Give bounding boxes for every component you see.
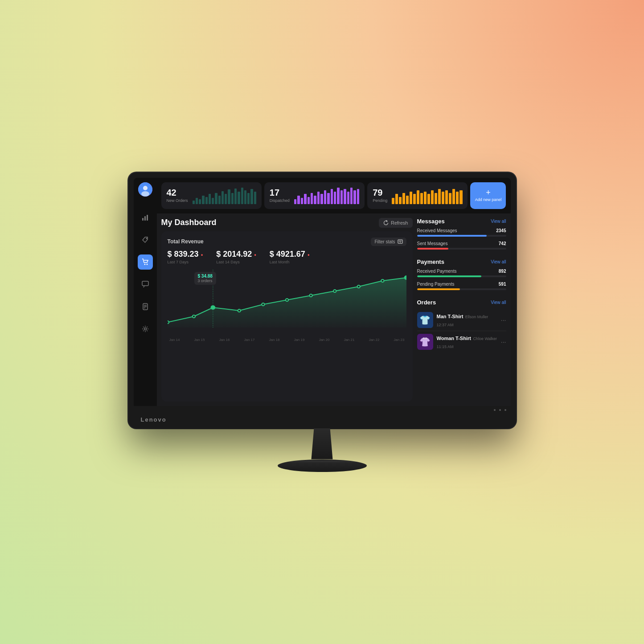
revenue-amounts: $ 839.23 • Last 7 Days $ 2014.92 • La [168, 250, 406, 264]
payments-section: Payments View all Received Payments 892 [417, 258, 506, 295]
stat-label-pending: Pending [373, 198, 387, 203]
payments-header: Payments View all [417, 258, 506, 265]
revenue-period-7days: Last 7 Days [168, 260, 203, 264]
stat-label-new-orders: New Orders [167, 198, 188, 203]
svg-point-29 [404, 276, 406, 279]
pending-payments-fill [417, 288, 460, 290]
sidebar-item-doc[interactable] [138, 299, 153, 314]
refresh-button[interactable]: Refresh [379, 218, 413, 228]
sidebar-item-chart[interactable] [138, 210, 153, 225]
stat-number-new-orders: 42 [167, 188, 188, 197]
svg-point-8 [146, 263, 148, 265]
order-item-man-tshirt: 👕 Man T-Shirt Ellson Muller 12:37 AM ··· [417, 309, 506, 331]
stats-bar: 42 New Orders [157, 178, 511, 213]
revenue-period-month: Last Month [270, 260, 310, 264]
orders-header: Orders View all [417, 299, 506, 306]
sidebar [134, 178, 157, 406]
mini-chart-pending [392, 187, 462, 204]
refresh-label: Refresh [391, 220, 408, 226]
bottom-dot-1 [494, 409, 496, 411]
order-thumbnail-woman: 👚 [417, 334, 433, 350]
revenue-period-14days: Last 14 Days [216, 260, 256, 264]
messages-view-all[interactable]: View all [491, 219, 506, 224]
svg-point-1 [143, 186, 148, 190]
svg-point-6 [146, 238, 147, 239]
dashboard-area: My Dashboard Refresh [157, 213, 511, 406]
add-panel-button[interactable]: + Add new panel [470, 182, 506, 209]
order-info-man: Man T-Shirt Ellson Muller 12:37 AM [437, 312, 497, 328]
order-thumbnail-man: 👕 [417, 312, 433, 328]
stat-info-dispatched: 17 Dispatched [270, 188, 290, 203]
sent-messages-row: Sent Messages 742 [417, 241, 506, 250]
svg-rect-4 [144, 216, 146, 221]
revenue-item-month: $ 4921.67 • Last Month [270, 250, 310, 264]
received-messages-track [417, 235, 506, 237]
sidebar-item-cart[interactable] [138, 254, 153, 270]
order-info-woman: Woman T-Shirt Chloe Walker 11:15 AM [437, 334, 497, 350]
chart-tooltip-sub: 3 orders [198, 279, 213, 283]
stat-label-dispatched: Dispatched [270, 198, 290, 203]
svg-point-25 [309, 294, 312, 297]
avatar [138, 182, 152, 197]
x-label-jan22: Jan 22 [369, 338, 379, 342]
orders-section: Orders View all 👕 Man T-Shirt [417, 299, 506, 353]
svg-point-22 [238, 309, 240, 312]
order-more-woman[interactable]: ··· [501, 338, 506, 345]
svg-point-14 [144, 328, 146, 330]
monitor-brand: Lenovo [134, 414, 511, 425]
monitor-base [278, 459, 367, 472]
stat-info-pending: 79 Pending [373, 188, 387, 203]
mini-chart-dispatched [294, 187, 359, 204]
received-payments-track [417, 275, 506, 277]
sent-messages-label: Sent Messages [417, 241, 448, 246]
filter-label: Filter stats [374, 239, 395, 244]
revenue-item-14days: $ 2014.92 • Last 14 Days [216, 250, 256, 264]
chart-x-labels: Jan 14 Jan 15 Jan 16 Jan 17 Jan 18 Jan 1… [168, 338, 406, 342]
svg-point-24 [285, 299, 288, 301]
svg-rect-5 [147, 215, 148, 221]
svg-point-19 [168, 321, 169, 324]
revenue-item-7days: $ 839.23 • Last 7 Days [168, 250, 203, 264]
pending-payments-row: Pending Payments 591 [417, 282, 506, 290]
chart-container: $ 34.88 3 orders [168, 270, 406, 341]
sidebar-item-tag[interactable] [138, 232, 153, 247]
received-payments-row: Received Payments 892 [417, 269, 506, 277]
revenue-title: Total Revenue [168, 238, 204, 245]
revenue-header: Total Revenue Filter stats [168, 238, 406, 246]
dashboard-header: My Dashboard Refresh [161, 218, 413, 228]
orders-title: Orders [417, 299, 436, 306]
x-label-jan18: Jan 18 [269, 338, 279, 342]
sent-messages-value: 742 [499, 241, 506, 246]
refresh-icon [383, 220, 389, 226]
received-payments-fill [417, 275, 481, 277]
x-label-jan15: Jan 15 [194, 338, 205, 342]
add-panel-plus: + [486, 189, 491, 197]
x-label-jan17: Jan 17 [244, 338, 254, 342]
monitor-bottom-bar [134, 406, 511, 414]
sent-messages-fill [417, 248, 448, 250]
svg-point-28 [381, 279, 384, 282]
orders-view-all[interactable]: View all [491, 300, 506, 305]
messages-header: Messages View all [417, 218, 506, 225]
svg-point-20 [192, 315, 195, 318]
pending-payments-track [417, 288, 506, 290]
left-panel: My Dashboard Refresh [161, 218, 413, 402]
monitor-wrapper: 42 New Orders [128, 172, 516, 472]
order-name-man: Man T-Shirt [437, 314, 464, 319]
received-messages-fill [417, 235, 487, 237]
sidebar-item-settings[interactable] [138, 321, 153, 336]
payments-view-all[interactable]: View all [491, 259, 506, 264]
x-label-jan14: Jan 14 [169, 338, 180, 342]
add-panel-label: Add new panel [475, 197, 502, 202]
revenue-value-month: $ 4921.67 • [270, 250, 310, 259]
filter-stats-button[interactable]: Filter stats [371, 238, 406, 246]
stat-card-pending: 79 Pending [367, 182, 468, 209]
stat-number-pending: 79 [373, 188, 387, 197]
stat-info-new-orders: 42 New Orders [167, 188, 188, 203]
svg-point-2 [141, 191, 149, 197]
order-more-man[interactable]: ··· [501, 316, 506, 324]
sidebar-item-chat[interactable] [138, 277, 153, 292]
filter-icon [398, 239, 403, 244]
pending-payments-label: Pending Payments [417, 282, 455, 287]
order-name-woman: Woman T-Shirt [437, 336, 471, 341]
